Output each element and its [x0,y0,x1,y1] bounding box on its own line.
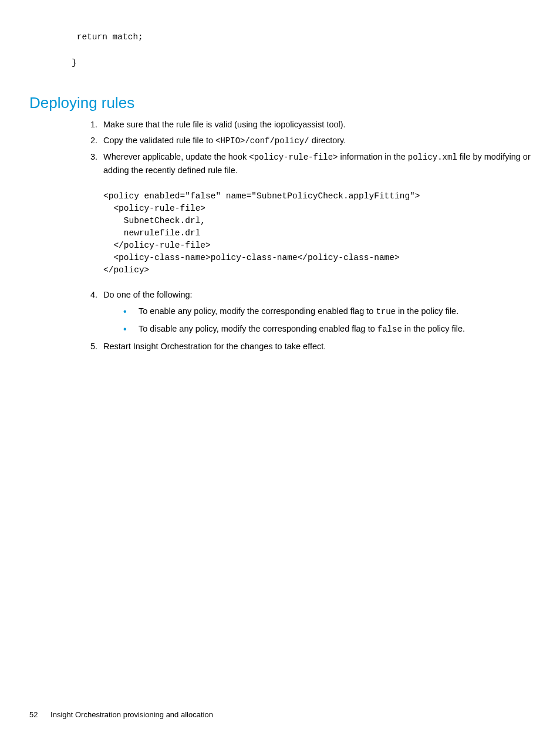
steps-list-cont: 4. Do one of the following: To enable an… [85,288,531,353]
step-2: 2. Copy the validated rule file to <HPIO… [85,134,531,148]
bullet-text: in the policy file. [396,306,458,316]
section-heading: Deploying rules [29,92,531,114]
bullet-text: To enable any policy, modify the corresp… [139,306,376,316]
step-text: directory. [309,136,346,145]
step-text: Make sure that the rule file is valid (u… [103,120,346,129]
bullet-text: in the policy file. [402,324,465,333]
code-inline: <policy-rule-file> [249,153,338,162]
code-fragment-return: return match; [72,29,531,46]
step-number: 2. [85,134,97,147]
code-inline: policy.xml [408,153,457,162]
xml-code-block: <policy enabled="false" name="SubnetPoli… [103,190,531,276]
step-5: 5. Restart Insight Orchestration for the… [85,340,531,353]
step-text: information in the [338,152,408,161]
step-number: 4. [85,288,97,301]
step-text: Restart Insight Orchestration for the ch… [103,342,326,351]
code-inline: <HPIO>/conf/policy/ [215,136,309,146]
step-3: 3. Wherever applicable, update the hook … [85,150,531,177]
sub-bullets: To enable any policy, modify the corresp… [122,305,531,336]
step-number: 3. [85,150,97,163]
code-inline: true [376,307,396,316]
page-footer: 52 Insight Orchestration provisioning an… [29,709,213,721]
bullet-enable: To enable any policy, modify the corresp… [122,305,531,319]
code-inline: false [377,325,402,334]
step-4: 4. Do one of the following: To enable an… [85,288,531,336]
step-number: 1. [85,118,97,131]
bullet-disable: To disable any policy, modify the corres… [122,322,531,336]
footer-title: Insight Orchestration provisioning and a… [50,710,213,719]
bullet-text: To disable any policy, modify the corres… [139,324,377,333]
step-text: Copy the validated rule file to [103,136,215,145]
step-1: 1. Make sure that the rule file is valid… [85,118,531,131]
steps-list: 1. Make sure that the rule file is valid… [85,118,531,177]
step-text: Do one of the following: [103,290,193,299]
page-number: 52 [29,710,38,719]
code-fragment-brace: } [72,53,531,73]
step-number: 5. [85,340,97,353]
step-text: Wherever applicable, update the hook [103,152,249,161]
